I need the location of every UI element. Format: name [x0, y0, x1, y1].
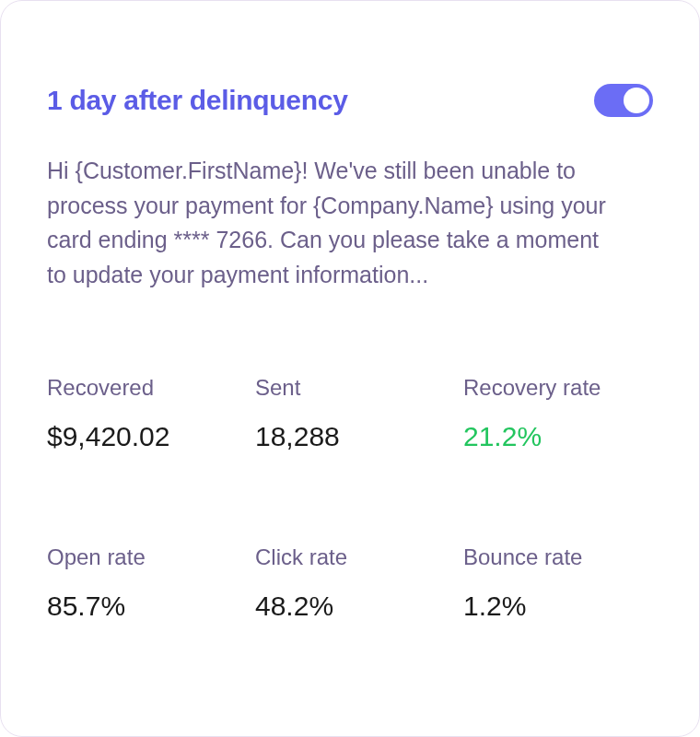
- card-header: 1 day after delinquency: [47, 84, 653, 117]
- card-title: 1 day after delinquency: [47, 85, 348, 116]
- metric-label: Recovered: [47, 375, 237, 401]
- metric-label: Bounce rate: [463, 544, 653, 570]
- metric-sent: Sent 18,288: [255, 375, 445, 452]
- metric-recovered: Recovered $9,420.02: [47, 375, 237, 452]
- metric-label: Sent: [255, 375, 445, 401]
- metric-bounce-rate: Bounce rate 1.2%: [463, 544, 653, 622]
- email-preview-text: Hi {Customer.FirstName}! We've still bee…: [47, 154, 618, 292]
- metric-value: 1.2%: [463, 591, 653, 622]
- metric-value: 48.2%: [255, 591, 445, 622]
- metric-label: Open rate: [47, 544, 237, 570]
- metric-value: 21.2%: [463, 421, 653, 452]
- metrics-grid: Recovered $9,420.02 Sent 18,288 Recovery…: [47, 375, 653, 622]
- metric-label: Recovery rate: [463, 375, 653, 401]
- metric-value: $9,420.02: [47, 421, 237, 452]
- metric-open-rate: Open rate 85.7%: [47, 544, 237, 622]
- metric-recovery-rate: Recovery rate 21.2%: [463, 375, 653, 452]
- metric-value: 85.7%: [47, 591, 237, 622]
- campaign-card: 1 day after delinquency Hi {Customer.Fir…: [0, 0, 700, 737]
- toggle-knob: [624, 88, 649, 113]
- metric-value: 18,288: [255, 421, 445, 452]
- enable-toggle[interactable]: [594, 84, 653, 117]
- metric-label: Click rate: [255, 544, 445, 570]
- metric-click-rate: Click rate 48.2%: [255, 544, 445, 622]
